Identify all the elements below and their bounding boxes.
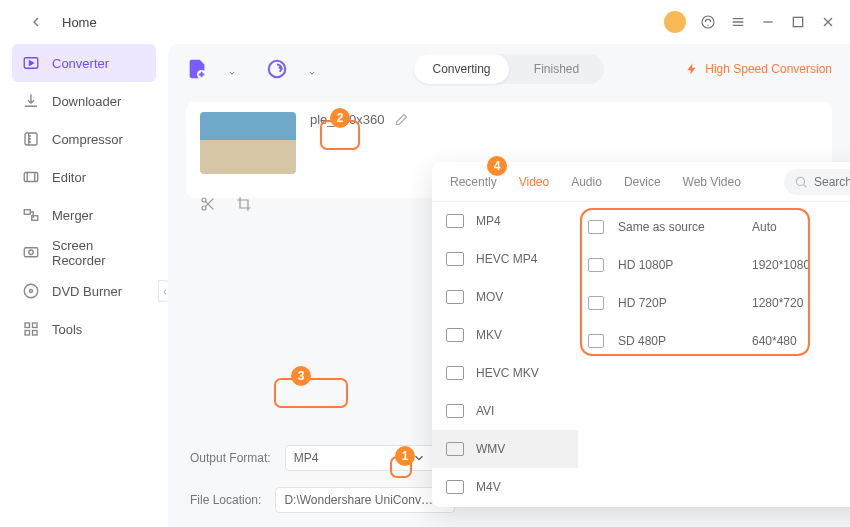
sidebar-item-label: Tools <box>52 322 82 337</box>
recorder-icon <box>22 244 40 262</box>
format-mp4[interactable]: MP4 <box>432 202 578 240</box>
sidebar-item-dvd-burner[interactable]: DVD Burner <box>12 272 156 310</box>
sidebar-item-merger[interactable]: Merger <box>12 196 156 234</box>
tab-video[interactable]: Video <box>519 162 549 202</box>
resolution-icon <box>588 334 604 348</box>
sidebar-item-label: Compressor <box>52 132 123 147</box>
avatar[interactable] <box>664 11 686 33</box>
wmv-highlight <box>274 378 348 408</box>
lightning-icon <box>685 62 699 76</box>
sidebar-item-screen-recorder[interactable]: Screen Recorder <box>12 234 156 272</box>
resolution-icon <box>588 296 604 310</box>
format-icon <box>446 290 464 304</box>
chevron-down-icon[interactable] <box>228 65 236 73</box>
file-location-label: File Location: <box>190 493 261 507</box>
tab-audio[interactable]: Audio <box>571 162 602 202</box>
format-m4v[interactable]: M4V <box>432 468 578 506</box>
editor-icon <box>22 168 40 186</box>
sidebar-item-label: Editor <box>52 170 86 185</box>
trim-icon[interactable] <box>200 196 216 212</box>
resolution-item[interactable]: HD 1080P1920*1080 <box>588 246 850 284</box>
menu-icon[interactable] <box>730 14 746 30</box>
dvd-icon <box>22 282 40 300</box>
sidebar: Converter Downloader Compressor Editor M… <box>0 44 168 527</box>
sidebar-item-tools[interactable]: Tools <box>12 310 156 348</box>
page-title: Home <box>62 15 97 30</box>
resolution-list: Same as sourceAutoHD 1080P1920*1080HD 72… <box>578 202 850 507</box>
sidebar-item-label: Screen Recorder <box>52 238 146 268</box>
badge-2: 2 <box>330 108 350 128</box>
resolution-item[interactable]: Same as sourceAuto <box>588 208 850 246</box>
svg-rect-4 <box>24 173 38 182</box>
format-hevc-mkv[interactable]: HEVC MKV <box>432 354 578 392</box>
tab-device[interactable]: Device <box>624 162 661 202</box>
badge-3: 3 <box>291 366 311 386</box>
format-icon <box>446 328 464 342</box>
resolution-icon <box>588 220 604 234</box>
high-speed-link[interactable]: High Speed Conversion <box>685 62 832 76</box>
download-icon <box>22 92 40 110</box>
format-icon <box>446 442 464 456</box>
sidebar-item-converter[interactable]: Converter <box>12 44 156 82</box>
sidebar-item-compressor[interactable]: Compressor <box>12 120 156 158</box>
format-panel: Recently Video Audio Device Web Video MP… <box>432 162 850 507</box>
svg-rect-7 <box>24 248 38 257</box>
converter-icon <box>22 54 40 72</box>
resolution-item[interactable]: SD 480P640*480 <box>588 322 850 360</box>
svg-rect-14 <box>33 331 38 336</box>
video-thumbnail[interactable] <box>200 112 296 174</box>
format-mkv[interactable]: MKV <box>432 316 578 354</box>
add-folder-icon[interactable] <box>266 58 288 80</box>
merger-icon <box>22 206 40 224</box>
search-input[interactable] <box>784 169 850 195</box>
minimize-icon[interactable] <box>760 14 776 30</box>
compress-icon <box>22 130 40 148</box>
svg-point-0 <box>702 16 714 28</box>
svg-rect-11 <box>25 323 30 328</box>
back-icon[interactable] <box>28 14 44 30</box>
output-format-label: Output Format: <box>190 451 271 465</box>
add-file-icon[interactable] <box>186 58 208 80</box>
search-field[interactable] <box>814 175 850 189</box>
svg-rect-13 <box>25 331 30 336</box>
sidebar-item-label: Downloader <box>52 94 121 109</box>
sidebar-item-label: DVD Burner <box>52 284 122 299</box>
sidebar-item-editor[interactable]: Editor <box>12 158 156 196</box>
sidebar-item-downloader[interactable]: Downloader <box>12 82 156 120</box>
svg-rect-5 <box>24 210 30 215</box>
crop-icon[interactable] <box>236 196 252 212</box>
format-icon <box>446 366 464 380</box>
format-mov[interactable]: MOV <box>432 278 578 316</box>
format-icon <box>446 214 464 228</box>
maximize-icon[interactable] <box>790 14 806 30</box>
tab-converting[interactable]: Converting <box>414 54 509 84</box>
svg-rect-12 <box>33 323 38 328</box>
sidebar-item-label: Merger <box>52 208 93 223</box>
format-icon <box>446 252 464 266</box>
tab-web-video[interactable]: Web Video <box>683 162 741 202</box>
format-list: MP4HEVC MP4MOVMKVHEVC MKVAVIWMVM4V <box>432 202 578 507</box>
edit-name-icon[interactable] <box>394 112 409 127</box>
svg-point-9 <box>24 284 38 298</box>
tab-finished[interactable]: Finished <box>509 54 604 84</box>
resolution-icon <box>588 258 604 272</box>
format-hevc-mp4[interactable]: HEVC MP4 <box>432 240 578 278</box>
support-icon[interactable] <box>700 14 716 30</box>
format-wmv[interactable]: WMV <box>432 430 578 468</box>
svg-point-8 <box>29 250 34 255</box>
svg-point-10 <box>30 290 33 293</box>
sidebar-item-label: Converter <box>52 56 109 71</box>
resolution-item[interactable]: HD 720P1280*720 <box>588 284 850 322</box>
format-icon <box>446 480 464 494</box>
badge-1: 1 <box>395 446 415 466</box>
close-icon[interactable] <box>820 14 836 30</box>
badge-4: 4 <box>487 156 507 176</box>
tools-icon <box>22 320 40 338</box>
chevron-down-icon[interactable] <box>308 65 316 73</box>
search-icon <box>794 175 808 189</box>
format-icon <box>446 404 464 418</box>
file-location-select[interactable]: D:\Wondershare UniConverter 1 <box>275 487 455 513</box>
format-avi[interactable]: AVI <box>432 392 578 430</box>
svg-point-20 <box>796 177 804 185</box>
status-segment: Converting Finished <box>414 54 604 84</box>
